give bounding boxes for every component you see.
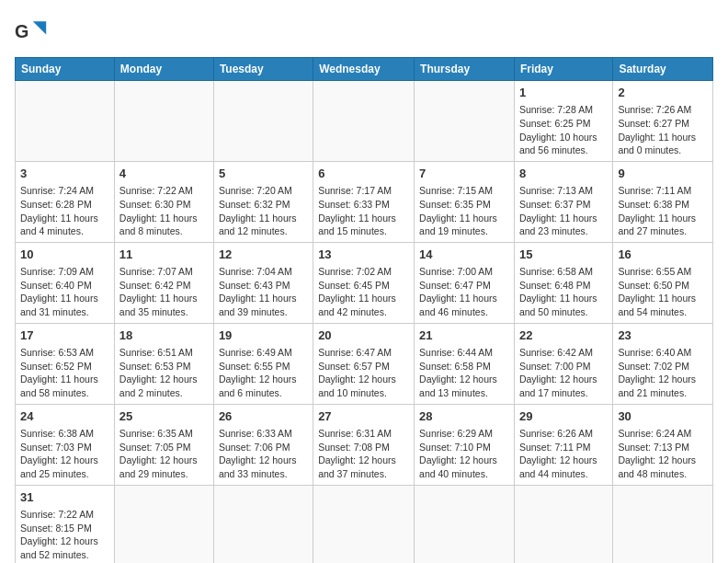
calendar-cell: 4Sunrise: 7:22 AM Sunset: 6:30 PM Daylig… xyxy=(114,161,213,242)
logo: G xyxy=(15,15,53,48)
day-number: 8 xyxy=(519,166,608,182)
calendar-cell: 19Sunrise: 6:49 AM Sunset: 6:55 PM Dayli… xyxy=(213,323,313,404)
day-info: Sunrise: 7:26 AM Sunset: 6:27 PM Dayligh… xyxy=(618,103,708,157)
day-number: 31 xyxy=(20,489,109,506)
calendar-cell: 22Sunrise: 6:42 AM Sunset: 7:00 PM Dayli… xyxy=(514,323,612,404)
week-row-1: 3Sunrise: 7:24 AM Sunset: 6:28 PM Daylig… xyxy=(16,161,713,242)
day-number: 21 xyxy=(419,327,509,344)
day-number: 13 xyxy=(318,247,409,263)
day-info: Sunrise: 6:40 AM Sunset: 7:02 PM Dayligh… xyxy=(618,346,708,400)
week-row-3: 17Sunrise: 6:53 AM Sunset: 6:52 PM Dayli… xyxy=(16,323,713,404)
day-header-saturday: Saturday xyxy=(613,58,713,81)
day-info: Sunrise: 7:02 AM Sunset: 6:45 PM Dayligh… xyxy=(318,265,409,319)
day-info: Sunrise: 7:22 AM Sunset: 6:30 PM Dayligh… xyxy=(119,184,209,238)
calendar-cell: 25Sunrise: 6:35 AM Sunset: 7:05 PM Dayli… xyxy=(114,404,213,485)
calendar-cell: 12Sunrise: 7:04 AM Sunset: 6:43 PM Dayli… xyxy=(213,242,313,323)
calendar-cell xyxy=(514,485,612,563)
day-number: 5 xyxy=(219,166,308,182)
day-info: Sunrise: 7:07 AM Sunset: 6:42 PM Dayligh… xyxy=(119,265,209,319)
day-header-sunday: Sunday xyxy=(16,58,115,81)
day-number: 16 xyxy=(618,247,708,263)
day-number: 20 xyxy=(318,327,409,344)
day-info: Sunrise: 6:44 AM Sunset: 6:58 PM Dayligh… xyxy=(419,346,509,400)
day-number: 30 xyxy=(618,408,708,425)
week-row-5: 31Sunrise: 7:22 AM Sunset: 8:15 PM Dayli… xyxy=(16,485,713,563)
page-header: G xyxy=(15,15,713,48)
calendar-header-row: SundayMondayTuesdayWednesdayThursdayFrid… xyxy=(16,58,713,81)
calendar-cell xyxy=(114,81,213,162)
calendar-cell: 10Sunrise: 7:09 AM Sunset: 6:40 PM Dayli… xyxy=(16,242,115,323)
day-info: Sunrise: 7:17 AM Sunset: 6:33 PM Dayligh… xyxy=(318,184,409,238)
day-number: 4 xyxy=(119,166,209,182)
day-info: Sunrise: 6:42 AM Sunset: 7:00 PM Dayligh… xyxy=(519,346,608,400)
day-number: 26 xyxy=(219,408,308,425)
day-number: 12 xyxy=(219,247,308,263)
calendar-cell: 31Sunrise: 7:22 AM Sunset: 8:15 PM Dayli… xyxy=(16,485,115,563)
day-header-wednesday: Wednesday xyxy=(313,58,415,81)
day-info: Sunrise: 7:13 AM Sunset: 6:37 PM Dayligh… xyxy=(519,184,608,238)
logo-icon: G xyxy=(15,15,48,48)
calendar-cell xyxy=(313,485,415,563)
day-header-tuesday: Tuesday xyxy=(213,58,313,81)
day-header-thursday: Thursday xyxy=(415,58,515,81)
day-info: Sunrise: 6:38 AM Sunset: 7:03 PM Dayligh… xyxy=(20,427,109,481)
calendar-cell: 7Sunrise: 7:15 AM Sunset: 6:35 PM Daylig… xyxy=(415,161,515,242)
day-info: Sunrise: 7:28 AM Sunset: 6:25 PM Dayligh… xyxy=(519,103,608,157)
day-info: Sunrise: 7:15 AM Sunset: 6:35 PM Dayligh… xyxy=(419,184,509,238)
day-number: 15 xyxy=(519,247,608,263)
day-info: Sunrise: 6:24 AM Sunset: 7:13 PM Dayligh… xyxy=(618,427,708,481)
day-number: 11 xyxy=(119,247,209,263)
day-number: 23 xyxy=(618,327,708,344)
day-info: Sunrise: 7:11 AM Sunset: 6:38 PM Dayligh… xyxy=(618,184,708,238)
calendar-cell xyxy=(16,81,115,162)
calendar-cell: 28Sunrise: 6:29 AM Sunset: 7:10 PM Dayli… xyxy=(415,404,515,485)
calendar-cell xyxy=(415,81,515,162)
day-info: Sunrise: 7:22 AM Sunset: 8:15 PM Dayligh… xyxy=(20,508,109,562)
calendar-cell: 15Sunrise: 6:58 AM Sunset: 6:48 PM Dayli… xyxy=(514,242,612,323)
day-header-friday: Friday xyxy=(514,58,612,81)
day-info: Sunrise: 6:29 AM Sunset: 7:10 PM Dayligh… xyxy=(419,427,509,481)
calendar-cell: 24Sunrise: 6:38 AM Sunset: 7:03 PM Dayli… xyxy=(16,404,115,485)
calendar-cell xyxy=(213,81,313,162)
day-info: Sunrise: 7:24 AM Sunset: 6:28 PM Dayligh… xyxy=(20,184,109,238)
calendar-cell: 6Sunrise: 7:17 AM Sunset: 6:33 PM Daylig… xyxy=(313,161,415,242)
week-row-4: 24Sunrise: 6:38 AM Sunset: 7:03 PM Dayli… xyxy=(16,404,713,485)
calendar-cell xyxy=(613,485,713,563)
day-info: Sunrise: 6:35 AM Sunset: 7:05 PM Dayligh… xyxy=(119,427,209,481)
svg-text:G: G xyxy=(15,21,28,41)
day-info: Sunrise: 6:58 AM Sunset: 6:48 PM Dayligh… xyxy=(519,265,608,319)
calendar-cell xyxy=(415,485,515,563)
week-row-2: 10Sunrise: 7:09 AM Sunset: 6:40 PM Dayli… xyxy=(16,242,713,323)
day-info: Sunrise: 6:31 AM Sunset: 7:08 PM Dayligh… xyxy=(318,427,409,481)
calendar-cell: 1Sunrise: 7:28 AM Sunset: 6:25 PM Daylig… xyxy=(514,81,612,162)
calendar-cell xyxy=(313,81,415,162)
day-number: 27 xyxy=(318,408,409,425)
svg-marker-1 xyxy=(33,21,46,34)
day-info: Sunrise: 7:04 AM Sunset: 6:43 PM Dayligh… xyxy=(219,265,308,319)
day-info: Sunrise: 6:49 AM Sunset: 6:55 PM Dayligh… xyxy=(219,346,308,400)
day-number: 18 xyxy=(119,327,209,344)
calendar-cell: 14Sunrise: 7:00 AM Sunset: 6:47 PM Dayli… xyxy=(415,242,515,323)
calendar-cell: 20Sunrise: 6:47 AM Sunset: 6:57 PM Dayli… xyxy=(313,323,415,404)
calendar-cell: 13Sunrise: 7:02 AM Sunset: 6:45 PM Dayli… xyxy=(313,242,415,323)
day-number: 17 xyxy=(20,327,109,344)
day-header-monday: Monday xyxy=(114,58,213,81)
day-number: 3 xyxy=(20,166,109,182)
day-number: 6 xyxy=(318,166,409,182)
day-info: Sunrise: 6:47 AM Sunset: 6:57 PM Dayligh… xyxy=(318,346,409,400)
day-number: 25 xyxy=(119,408,209,425)
calendar-cell xyxy=(213,485,313,563)
calendar-cell xyxy=(114,485,213,563)
day-number: 29 xyxy=(519,408,608,425)
calendar-cell: 9Sunrise: 7:11 AM Sunset: 6:38 PM Daylig… xyxy=(613,161,713,242)
calendar-cell: 23Sunrise: 6:40 AM Sunset: 7:02 PM Dayli… xyxy=(613,323,713,404)
day-number: 22 xyxy=(519,327,608,344)
day-number: 28 xyxy=(419,408,509,425)
day-info: Sunrise: 7:09 AM Sunset: 6:40 PM Dayligh… xyxy=(20,265,109,319)
calendar-cell: 30Sunrise: 6:24 AM Sunset: 7:13 PM Dayli… xyxy=(613,404,713,485)
calendar-cell: 16Sunrise: 6:55 AM Sunset: 6:50 PM Dayli… xyxy=(613,242,713,323)
day-number: 24 xyxy=(20,408,109,425)
day-number: 9 xyxy=(618,166,708,182)
day-number: 2 xyxy=(618,85,708,101)
calendar-cell: 18Sunrise: 6:51 AM Sunset: 6:53 PM Dayli… xyxy=(114,323,213,404)
